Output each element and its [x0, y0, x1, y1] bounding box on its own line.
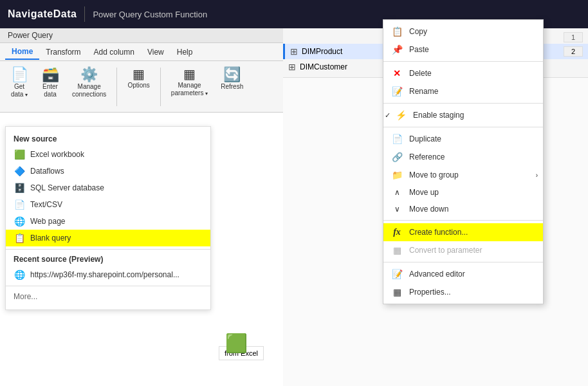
ctx-move-up[interactable]: ∧ Move up — [383, 184, 543, 201]
ctx-reference[interactable]: 🔗 Reference — [383, 148, 543, 166]
delete-label: Delete — [409, 69, 432, 78]
header-divider — [84, 6, 85, 22]
query-col-num: 1 — [564, 32, 583, 42]
options-button[interactable]: ▦ Options — [122, 65, 154, 92]
paste-label: Paste — [409, 45, 429, 54]
manage-connections-label: Manageconnections — [72, 83, 106, 98]
ctx-enable-staging[interactable]: ✓ ⚡ Enable staging — [383, 106, 543, 124]
excel-icon-large: 🟩 — [225, 333, 248, 354]
staging-icon: ⚡ — [395, 110, 407, 120]
ctx-div-1 — [383, 61, 543, 62]
source-dataflows[interactable]: 🔷 Dataflows — [6, 163, 210, 179]
excel-label: Excel workbook — [30, 150, 84, 159]
excel-icon: 🟩 — [14, 149, 25, 160]
get-data-button[interactable]: 📄 Getdata ▾ — [5, 65, 33, 101]
ctx-convert-to-parameter[interactable]: ▦ Convert to parameter — [383, 241, 543, 259]
convert-icon: ▦ — [391, 245, 403, 255]
sql-icon: 🗄️ — [14, 183, 25, 193]
recent-divider — [6, 286, 210, 286]
ctx-rename[interactable]: 📝 Rename — [383, 82, 543, 100]
ctx-move-down[interactable]: ∨ Move down — [383, 201, 543, 217]
new-source-panel: New source 🟩 Excel workbook 🔷 Dataflows … — [5, 126, 211, 310]
dataflows-label: Dataflows — [30, 167, 64, 176]
move-to-group-arrow: › — [536, 172, 538, 179]
reference-icon: 🔗 — [391, 152, 403, 162]
ctx-move-to-group[interactable]: 📁 Move to group › — [383, 166, 543, 184]
create-function-icon: fx — [391, 227, 403, 237]
dim-product-table-icon: ⊞ — [290, 46, 298, 57]
create-function-label: Create function... — [409, 228, 468, 237]
ctx-advanced-editor[interactable]: 📝 Advanced editor — [383, 265, 543, 283]
ribbon-tabs: Home Transform Add column View Help — [0, 43, 283, 61]
copy-icon: 📋 — [391, 26, 403, 37]
move-up-label: Move up — [409, 188, 439, 197]
copy-label: Copy — [409, 27, 427, 36]
tab-help[interactable]: Help — [170, 45, 199, 59]
app-subtitle: Power Query Custom Function — [93, 10, 207, 19]
tab-add-column[interactable]: Add column — [87, 45, 141, 59]
source-sql[interactable]: 🗄️ SQL Server database — [6, 179, 210, 196]
options-icon: ▦ — [133, 68, 145, 80]
source-text-csv[interactable]: 📄 Text/CSV — [6, 196, 210, 213]
ctx-paste[interactable]: 📌 Paste — [383, 41, 543, 59]
blank-query-label: Blank query — [30, 234, 71, 243]
more-button[interactable]: More... — [6, 289, 210, 304]
dim-product-num: 2 — [564, 46, 583, 57]
move-down-icon: ∨ — [391, 205, 403, 214]
get-data-label: Getdata ▾ — [11, 83, 28, 98]
duplicate-label: Duplicate — [409, 134, 441, 143]
duplicate-icon: 📄 — [391, 134, 403, 144]
delete-icon: ✕ — [391, 68, 403, 78]
context-menu: 📋 Copy 📌 Paste ✕ Delete 📝 Rename ✓ ⚡ Ena… — [383, 19, 544, 304]
enter-data-label: Enterdata — [42, 83, 58, 98]
move-down-label: Move down — [409, 205, 448, 214]
manage-connections-button[interactable]: ⚙️ Manageconnections — [67, 65, 111, 101]
app-header: NavigateData Power Query Custom Function — [0, 0, 283, 28]
ctx-div-2 — [383, 103, 543, 104]
sharepoint-label: https://wp36f-my.sharepoint.com/personal… — [30, 270, 179, 279]
refresh-button[interactable]: 🔄 Refresh — [216, 65, 248, 93]
sql-label: SQL Server database — [30, 183, 104, 192]
rename-label: Rename — [409, 87, 438, 96]
left-panel: NavigateData Power Query Custom Function… — [0, 0, 283, 386]
move-to-group-label: Move to group — [409, 170, 459, 179]
tab-home[interactable]: Home — [5, 44, 39, 60]
enter-data-button[interactable]: 🗃️ Enterdata — [36, 65, 64, 101]
dataflows-icon: 🔷 — [14, 166, 25, 176]
move-to-group-icon: 📁 — [391, 170, 403, 180]
ctx-create-function[interactable]: fx Create function... — [383, 223, 543, 241]
tab-transform[interactable]: Transform — [39, 45, 87, 59]
convert-label: Convert to parameter — [409, 246, 482, 255]
web-label: Web page — [30, 217, 66, 226]
source-divider — [6, 249, 210, 250]
options-label: Options — [127, 82, 149, 89]
ribbon-sep-1 — [116, 68, 117, 106]
properties-label: Properties... — [409, 288, 451, 297]
refresh-label: Refresh — [221, 83, 243, 91]
tab-view[interactable]: View — [141, 45, 170, 59]
advanced-editor-label: Advanced editor — [409, 270, 465, 279]
manage-parameters-label: Manageparameters ▾ — [171, 82, 208, 97]
paste-icon: 📌 — [391, 44, 403, 55]
text-csv-icon: 📄 — [14, 199, 25, 210]
ctx-delete[interactable]: ✕ Delete — [383, 64, 543, 82]
source-web[interactable]: 🌐 Web page — [6, 213, 210, 230]
ctx-duplicate[interactable]: 📄 Duplicate — [383, 130, 543, 148]
ribbon-sep-2 — [160, 68, 161, 106]
recent-item-sharepoint[interactable]: 🌐 https://wp36f-my.sharepoint.com/person… — [6, 266, 210, 283]
manage-parameters-button[interactable]: ▦ Manageparameters ▾ — [166, 65, 213, 100]
source-blank-query[interactable]: 📋 Blank query — [6, 230, 210, 246]
move-up-icon: ∧ — [391, 188, 403, 197]
new-source-title: New source — [6, 132, 210, 146]
rename-icon: 📝 — [391, 86, 403, 96]
app-title: NavigateData — [8, 8, 77, 20]
refresh-icon: 🔄 — [223, 68, 241, 82]
web-icon: 🌐 — [14, 216, 25, 226]
ctx-properties[interactable]: ▦ Properties... — [383, 283, 543, 301]
ctx-div-3 — [383, 127, 543, 127]
source-excel[interactable]: 🟩 Excel workbook — [6, 146, 210, 163]
ctx-copy[interactable]: 📋 Copy — [383, 23, 543, 41]
reference-label: Reference — [409, 152, 445, 161]
manage-parameters-icon: ▦ — [183, 68, 196, 80]
recent-source-title: Recent source (Preview) — [6, 252, 210, 266]
